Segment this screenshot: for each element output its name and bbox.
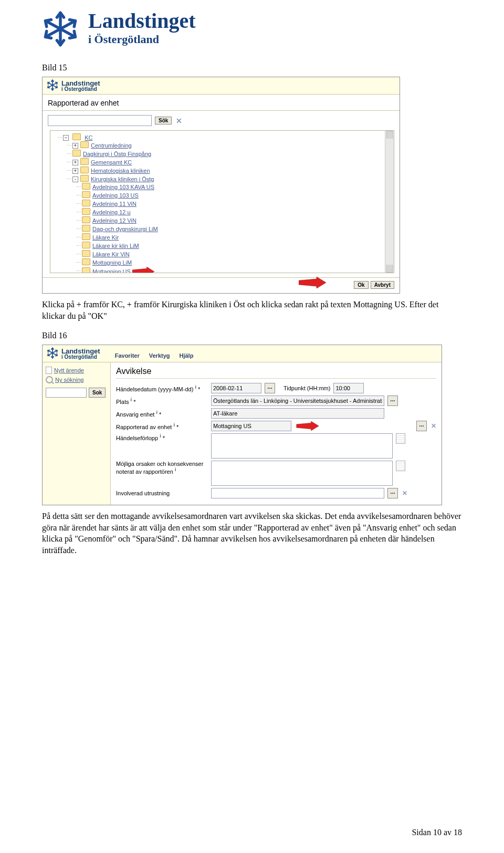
tree-node[interactable]: Hematologiska kliniken [91, 168, 150, 174]
folder-icon [80, 167, 89, 173]
expand-icon[interactable]: + [72, 143, 78, 149]
folder-icon [80, 158, 89, 165]
mini-brand-sub: i Östergötland [61, 87, 100, 92]
dialog-heading: Rapporterad av enhet [43, 95, 400, 111]
input-ansvarig[interactable] [211, 408, 384, 419]
input-datum[interactable] [211, 383, 261, 393]
clear-icon[interactable]: ✕ [430, 422, 436, 430]
tree-node[interactable]: Avdelning 103 KAVA US [92, 184, 154, 190]
label-datum: Händelsedatum (yyyy-MM-dd) i * [116, 384, 208, 392]
input-rapporterad[interactable] [211, 421, 291, 431]
snowflake-logo-icon [42, 11, 79, 47]
folder-icon [82, 242, 90, 248]
label-utrustning: Involverad utrustning [116, 490, 208, 496]
left-sidebar: Nytt ärende Ny sökning Sok [43, 362, 111, 505]
tree-node-kc[interactable]: KC [85, 134, 92, 141]
input-tidpunkt[interactable] [333, 383, 364, 393]
tree-node[interactable]: Avdelning 12 u [92, 209, 131, 215]
paragraph-2: På detta sätt ser den mottagande avvikel… [42, 511, 462, 556]
tree-node[interactable]: Läkare Kir [92, 234, 119, 241]
collapse-icon[interactable]: − [63, 135, 69, 141]
cancel-button[interactable]: Avbryt [371, 281, 394, 289]
textarea-orsaker[interactable] [211, 461, 393, 486]
label-rapporterad: Rapporterad av enhet i * [116, 422, 208, 430]
folder-icon [80, 141, 89, 148]
notes-icon[interactable] [396, 433, 405, 444]
input-utrustning[interactable] [211, 488, 384, 498]
folder-icon [82, 250, 90, 257]
tree-node[interactable]: Mottagning LiM [92, 259, 132, 266]
picker-button[interactable]: … [416, 421, 427, 431]
tree-node[interactable]: Kirurgiska kliniken i Östg [91, 176, 154, 182]
folder-icon [82, 200, 90, 206]
textarea-forlopp[interactable] [211, 433, 393, 459]
mini-brand: Landstinget i Östergötland [43, 345, 104, 362]
snowflake-icon [47, 79, 58, 92]
folder-icon [72, 133, 81, 140]
menu-favoriter[interactable]: Favoriter [115, 352, 140, 359]
brand-text: Landstinget i Östergötland [88, 11, 196, 46]
tree-node[interactable]: Gemensamt KC [91, 159, 132, 165]
mini-brand-name: Landstinget [61, 80, 100, 87]
folder-icon [82, 208, 90, 215]
tree-node[interactable]: Läkare kir klin LiM [92, 243, 139, 249]
folder-icon [82, 233, 90, 240]
red-arrow-icon [295, 421, 321, 431]
search-icon [46, 376, 53, 383]
screenshot-avvikelse-form: Landstinget i Östergötland Favoriter Ver… [42, 345, 442, 505]
search-button[interactable]: Sök [155, 117, 172, 124]
red-arrow-icon [299, 277, 326, 288]
mini-brand-name: Landstinget [61, 348, 100, 355]
scrollbar[interactable] [385, 131, 394, 273]
date-picker-button[interactable]: … [265, 383, 275, 393]
label-ansvarig: Ansvarig enhet i * [116, 410, 208, 418]
search-input[interactable] [48, 115, 152, 126]
folder-icon [82, 191, 90, 198]
folder-icon [82, 225, 90, 232]
form-title: Avvikelse [116, 367, 436, 379]
picker-button[interactable]: … [387, 488, 398, 498]
snowflake-icon [47, 347, 58, 360]
expand-icon[interactable]: + [72, 168, 78, 174]
tree-node[interactable]: Dagkirurgi i Östg Finspång [83, 151, 151, 157]
ok-button[interactable]: Ok [354, 281, 368, 289]
tree-node[interactable]: Dag-och dygnskirurgi LiM [92, 226, 158, 232]
tree-node[interactable]: Mottagning US [92, 268, 131, 273]
file-icon [46, 367, 52, 374]
menu-verktyg[interactable]: Verktyg [149, 352, 170, 359]
label-tidpunkt: Tidpunkt (HH:mm) [284, 385, 330, 391]
label-orsaker: Möjliga orsaker och konsekvenser noterat… [116, 461, 208, 475]
unit-tree[interactable]: − KC +Centrumledning Dagkirurgi i Östg F… [50, 131, 394, 273]
caption-bild15: Bild 15 [42, 63, 462, 72]
quick-search-input[interactable] [46, 388, 87, 398]
brand-name: Landstinget [88, 11, 196, 32]
mini-brand: Landstinget i Östergötland [47, 79, 395, 92]
tree-node[interactable]: Centrumledning [91, 142, 132, 149]
red-arrow-icon [132, 267, 154, 273]
mini-brand-sub: i Östergötland [61, 355, 100, 360]
caption-bild16: Bild 16 [42, 331, 462, 340]
link-nytt-arende[interactable]: Nytt ärende [54, 367, 84, 373]
screenshot-enhet-picker: Landstinget i Östergötland Rapporterad a… [42, 77, 400, 294]
tree-node[interactable]: Avdelning 11 ViN [92, 201, 136, 207]
link-ny-sokning[interactable]: Ny sökning [55, 377, 83, 383]
picker-button[interactable]: … [387, 396, 398, 406]
input-plats[interactable] [211, 396, 384, 406]
menu-hjalp[interactable]: Hjälp [180, 352, 194, 359]
main-menu: Favoriter Verktyg Hjälp [104, 349, 194, 362]
label-forlopp: Händelseförlopp i * [116, 433, 208, 441]
notes-icon[interactable] [396, 461, 405, 471]
quick-search-button[interactable]: Sok [89, 388, 106, 398]
folder-icon [80, 175, 89, 182]
label-plats: Plats i * [116, 397, 208, 405]
clear-icon[interactable]: ✕ [401, 490, 407, 497]
tree-node[interactable]: Avdelning 103 US [92, 192, 139, 199]
folder-icon [82, 216, 90, 223]
clear-icon[interactable]: ✕ [175, 117, 182, 125]
folder-icon [82, 258, 90, 265]
collapse-icon[interactable]: - [72, 176, 78, 182]
folder-icon [82, 183, 90, 190]
tree-node[interactable]: Avdelning 12 ViN [92, 217, 136, 224]
tree-node[interactable]: Läkare Kir ViN [92, 251, 130, 257]
expand-icon[interactable]: + [72, 160, 78, 165]
